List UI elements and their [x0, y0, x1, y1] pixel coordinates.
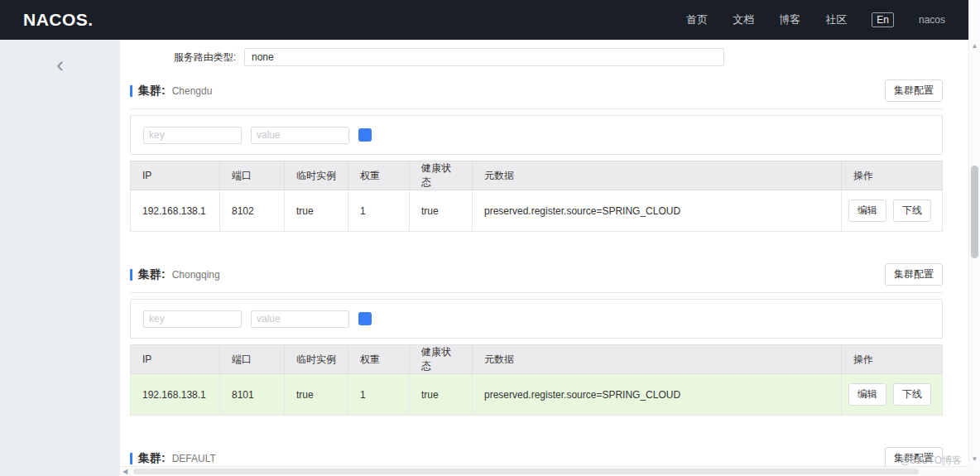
col-actions: 操作: [842, 345, 943, 374]
scroll-up-arrow-icon[interactable]: ▲: [969, 43, 980, 50]
watermark: @51CTO博客: [900, 454, 962, 468]
cell-ip: 192.168.138.1: [131, 190, 220, 232]
cluster-accent-bar: [130, 453, 132, 464]
table-row: 192.168.138.1 8101 true 1 true preserved…: [131, 374, 943, 416]
cluster-header: 集群: Chongqing 集群配置: [130, 263, 943, 293]
horizontal-scrollbar[interactable]: ◀: [120, 466, 968, 476]
cluster-name: Chengdu: [172, 85, 213, 97]
sidebar: ‹: [0, 40, 120, 476]
nav-docs[interactable]: 文档: [733, 12, 754, 27]
cluster-title: 集群: Chongqing: [130, 267, 220, 282]
col-ephemeral: 临时实例: [285, 161, 348, 190]
col-metadata: 元数据: [473, 345, 842, 374]
col-ip: IP: [131, 345, 220, 374]
cluster-section-default: 集群: DEFAULT 集群配置: [130, 447, 943, 466]
top-navigation: 首页 文档 博客 社区 En nacos: [686, 12, 945, 27]
filter-key-input[interactable]: [143, 127, 242, 144]
horizontal-scrollbar-thumb[interactable]: [133, 469, 919, 474]
cluster-header: 集群: DEFAULT 集群配置: [130, 447, 943, 466]
scroll-down-arrow-icon[interactable]: ▼: [969, 456, 980, 463]
cluster-config-button[interactable]: 集群配置: [885, 263, 943, 286]
table-header-row: IP 端口 临时实例 权重 健康状态 元数据 操作: [131, 161, 943, 190]
cell-actions: 编辑 下线: [842, 190, 943, 232]
filter-value-input[interactable]: [251, 127, 349, 144]
instance-table: IP 端口 临时实例 权重 健康状态 元数据 操作 192.168.138.1 …: [130, 161, 943, 232]
username-menu[interactable]: nacos: [919, 14, 945, 26]
sidebar-collapse-button[interactable]: ‹: [50, 55, 71, 76]
cell-port: 8101: [220, 374, 285, 416]
cluster-name: DEFAULT: [172, 453, 216, 464]
metadata-filter-box: [130, 299, 943, 339]
cluster-title: 集群: DEFAULT: [130, 451, 216, 466]
nav-home[interactable]: 首页: [686, 12, 708, 27]
offline-button[interactable]: 下线: [893, 383, 931, 406]
col-metadata: 元数据: [473, 161, 842, 190]
cell-metadata: preserved.register.source=SPRING_CLOUD: [473, 374, 842, 416]
cluster-name: Chongqing: [172, 269, 220, 281]
vertical-scrollbar-thumb[interactable]: [971, 166, 978, 258]
col-ip: IP: [131, 161, 220, 190]
route-type-row: 服务路由类型:: [130, 48, 943, 66]
nav-community[interactable]: 社区: [825, 12, 847, 27]
nacos-logo[interactable]: NACOS.: [23, 10, 94, 30]
cluster-label: 集群:: [138, 84, 166, 99]
offline-button[interactable]: 下线: [893, 200, 931, 222]
filter-search-button[interactable]: [358, 312, 372, 325]
col-healthy: 健康状态: [410, 161, 473, 190]
edit-button[interactable]: 编辑: [848, 200, 886, 222]
cluster-label: 集群:: [138, 267, 166, 282]
col-port: 端口: [220, 161, 285, 190]
table-row: 192.168.138.1 8102 true 1 true preserved…: [131, 190, 943, 232]
cell-ip: 192.168.138.1: [131, 374, 220, 416]
scrollbar-corner: [968, 466, 980, 476]
cell-healthy: true: [410, 374, 473, 416]
cluster-config-button[interactable]: 集群配置: [885, 79, 943, 102]
cluster-header: 集群: Chengdu 集群配置: [130, 79, 943, 109]
cluster-section-chongqing: 集群: Chongqing 集群配置 IP 端口: [130, 263, 943, 416]
main-content: 服务路由类型: 集群: Chengdu 集群配置: [120, 40, 968, 466]
metadata-filter-box: [130, 115, 943, 155]
col-healthy: 健康状态: [410, 345, 473, 374]
screen: NACOS. 首页 文档 博客 社区 En nacos ‹ 服务路由类型: 集群…: [0, 0, 980, 476]
scroll-left-arrow-icon[interactable]: ◀: [122, 469, 127, 475]
cell-port: 8102: [220, 190, 285, 232]
cell-metadata: preserved.register.source=SPRING_CLOUD: [473, 190, 842, 232]
cell-healthy: true: [410, 190, 473, 232]
cluster-accent-bar: [130, 85, 132, 97]
cell-weight: 1: [348, 374, 410, 416]
route-type-label: 服务路由类型:: [130, 50, 244, 65]
col-ephemeral: 临时实例: [285, 345, 348, 374]
col-weight: 权重: [348, 345, 410, 374]
nav-blog[interactable]: 博客: [779, 12, 800, 27]
filter-search-button[interactable]: [358, 128, 372, 142]
edit-button[interactable]: 编辑: [848, 383, 886, 406]
cell-ephemeral: true: [285, 190, 348, 232]
col-port: 端口: [220, 345, 285, 374]
cluster-label: 集群:: [138, 451, 166, 466]
cluster-section-chengdu: 集群: Chengdu 集群配置 IP 端口: [130, 79, 943, 232]
topbar: NACOS. 首页 文档 博客 社区 En nacos: [0, 0, 968, 40]
language-toggle[interactable]: En: [872, 12, 894, 27]
route-type-input[interactable]: [244, 48, 724, 66]
cluster-title: 集群: Chengdu: [130, 84, 212, 99]
filter-key-input[interactable]: [143, 310, 242, 328]
cluster-accent-bar: [130, 269, 132, 281]
filter-value-input[interactable]: [251, 310, 349, 328]
col-actions: 操作: [842, 161, 943, 190]
vertical-scrollbar[interactable]: ▲ ▼: [968, 0, 980, 476]
cell-weight: 1: [348, 190, 410, 232]
table-header-row: IP 端口 临时实例 权重 健康状态 元数据 操作: [131, 345, 943, 374]
col-weight: 权重: [348, 161, 410, 190]
instance-table: IP 端口 临时实例 权重 健康状态 元数据 操作 192.168.138.1 …: [130, 344, 943, 416]
cell-actions: 编辑 下线: [842, 374, 943, 416]
cell-ephemeral: true: [285, 374, 348, 416]
